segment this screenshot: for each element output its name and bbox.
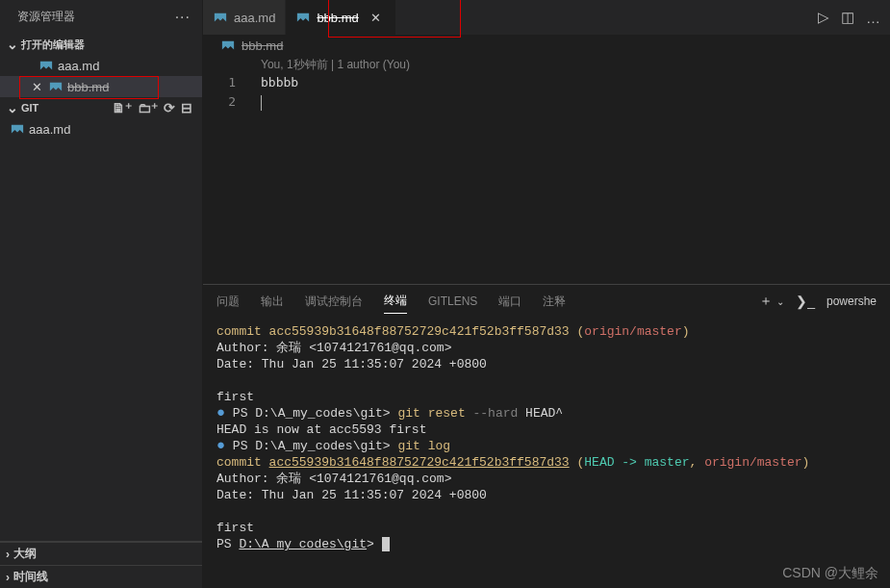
open-editors-section[interactable]: ⌄ 打开的编辑器 [0,34,202,55]
timeline-label: 时间线 [13,569,48,585]
new-terminal-icon[interactable]: ＋ ⌄ [759,293,784,310]
line-number: 1 [203,73,236,92]
term-reset-out: HEAD is now at acc5593 first [216,422,877,438]
panel-tab-problems[interactable]: 问题 [216,290,240,314]
file-label: bbb.md [67,80,109,94]
explorer-title: 资源管理器 [17,9,75,25]
markdown-icon [10,121,25,137]
split-icon[interactable]: ◫ [841,9,854,26]
panel-tab-comments[interactable]: 注释 [543,290,566,314]
panel-tab-output[interactable]: 输出 [261,290,284,314]
terminal-profile-icon[interactable]: ❯_ [796,294,815,309]
outline-section[interactable]: › 大纲 [0,542,202,565]
close-icon[interactable]: ✕ [370,11,386,25]
file-label: aaa.md [29,122,70,137]
file-label: aaa.md [58,59,99,73]
git-section-label: GIT [21,102,38,114]
explorer-more-icon[interactable]: ··· [175,9,191,26]
term-msg2: first [216,520,877,536]
chevron-right-icon: › [6,548,10,561]
watermark: CSDN @大鲤余 [782,565,878,582]
breadcrumb[interactable]: bbb.md [203,35,890,56]
tab-label: bbb.md [317,11,358,25]
line-gutter: 1 2 [203,56,251,284]
tab-bbb[interactable]: bbb.md ✕ [286,0,395,35]
markdown-icon [220,38,236,53]
markdown-icon [38,58,54,73]
gitlens-codelens[interactable]: You, 1秒钟前 | 1 author (You) [251,56,890,73]
tab-aaa[interactable]: aaa.md [203,0,286,35]
line-number: 2 [203,92,236,112]
term-author2: Author: 余瑞 <1074121761@qq.com> [216,471,877,487]
term-author: Author: 余瑞 <1074121761@qq.com> [216,340,877,356]
term-date: Date: Thu Jan 25 11:35:07 2024 +0800 [216,356,877,372]
term-date2: Date: Thu Jan 25 11:35:07 2024 +0800 [216,487,877,503]
terminal-cursor [382,537,390,551]
term-msg: first [216,389,877,405]
run-icon[interactable]: ▷ [818,9,829,26]
panel-tab-gitlens[interactable]: GITLENS [428,291,477,312]
open-editor-aaa[interactable]: aaa.md [0,55,202,76]
explorer-header: 资源管理器 ··· [0,0,202,34]
outline-label: 大纲 [13,546,37,562]
code-line-1: bbbbb [251,73,890,92]
new-file-icon[interactable]: 🗎⁺ [112,100,132,115]
panel-tab-ports[interactable]: 端口 [498,290,521,314]
terminal-body[interactable]: commit acc55939b31648f88752729c421f52b3f… [203,318,890,588]
markdown-icon [295,10,311,25]
markdown-icon [213,10,228,25]
chevron-right-icon: › [6,571,10,584]
chevron-down-icon: ⌄ [6,100,19,115]
chevron-down-icon: ⌄ [6,37,19,52]
timeline-section[interactable]: › 时间线 [0,565,202,588]
collapse-icon[interactable]: ⊟ [181,100,192,115]
breadcrumb-file: bbb.md [242,38,283,53]
git-section[interactable]: ⌄ GIT 🗎⁺ 🗀⁺ ⟳ ⊟ [0,97,202,118]
new-folder-icon[interactable]: 🗀⁺ [138,100,158,115]
terminal-shell-label: powershe [826,294,877,308]
markdown-icon [48,79,64,94]
more-icon[interactable]: … [866,10,880,26]
git-file-aaa[interactable]: aaa.md [0,118,202,140]
panel-tab-terminal[interactable]: 终端 [384,289,407,314]
code-line-2 [251,92,890,112]
open-editors-label: 打开的编辑器 [21,38,85,52]
refresh-icon[interactable]: ⟳ [164,100,175,115]
close-icon[interactable]: ✕ [29,80,44,94]
open-editor-bbb[interactable]: ✕ bbb.md [0,76,202,97]
panel-tab-debug[interactable]: 调试控制台 [305,290,363,314]
tab-label: aaa.md [234,11,275,25]
editor-content[interactable]: You, 1秒钟前 | 1 author (You) bbbbb [251,56,890,284]
